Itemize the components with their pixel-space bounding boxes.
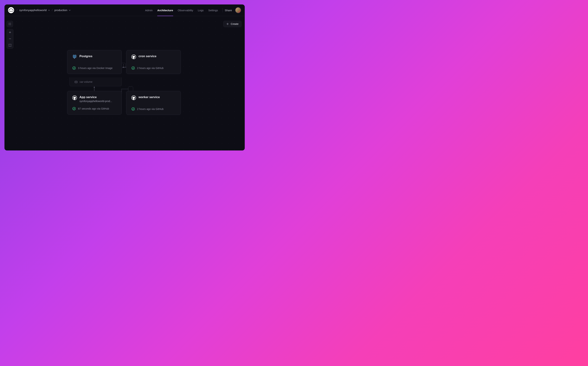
tab-settings[interactable]: Settings xyxy=(206,4,220,16)
fit-view-button[interactable] xyxy=(7,42,13,48)
chevron-down-icon xyxy=(69,9,71,11)
nav-divider xyxy=(222,8,223,12)
zoom-in-button[interactable] xyxy=(7,29,13,36)
nav-tabs: Admin Architecture Observability Logs Se… xyxy=(143,4,220,16)
railway-logo-icon[interactable] xyxy=(8,7,14,13)
card-header: Postgres xyxy=(72,54,117,59)
status-text: 3 hours ago via Docker Image xyxy=(78,67,112,69)
service-title: cron service xyxy=(139,54,156,58)
check-circle-icon xyxy=(72,107,76,110)
svg-point-7 xyxy=(10,25,10,25)
plus-icon xyxy=(9,31,11,34)
plus-icon xyxy=(226,23,229,25)
github-icon xyxy=(131,95,136,100)
breadcrumb-sep: / xyxy=(17,8,17,12)
header-right: Admin Architecture Observability Logs Se… xyxy=(143,4,241,16)
service-card-cron[interactable]: cron service 2 hours ago via GitHub xyxy=(126,50,181,74)
svg-point-0 xyxy=(9,23,9,23)
check-circle-icon xyxy=(131,107,135,111)
svg-point-2 xyxy=(11,23,11,23)
share-button[interactable]: Share xyxy=(225,9,232,12)
tab-observability-label: Observability xyxy=(178,9,193,12)
status-text: 87 seconds ago via GitHub xyxy=(78,107,109,110)
service-card-postgres[interactable]: Postgres 3 hours ago via Docker Image xyxy=(67,50,122,74)
service-subtitle: symfonyapphelloworld-prod... xyxy=(80,100,112,103)
breadcrumb: / symfonyapphelloworld / production xyxy=(17,8,71,12)
header-left: / symfonyapphelloworld / production xyxy=(8,7,71,13)
volume-attachment[interactable]: car-volume xyxy=(69,77,122,86)
card-status: 3 hours ago via Docker Image xyxy=(72,66,117,70)
card-header: App service symfonyapphelloworld-prod... xyxy=(72,95,117,103)
service-card-app[interactable]: App service symfonyapphelloworld-prod...… xyxy=(67,91,122,114)
breadcrumb-env-label: production xyxy=(54,8,67,12)
breadcrumb-env[interactable]: production xyxy=(54,8,71,12)
svg-point-4 xyxy=(10,24,10,24)
svg-point-6 xyxy=(9,25,9,25)
service-title: App service xyxy=(80,95,112,99)
volume-label: car-volume xyxy=(80,80,92,83)
breadcrumb-project[interactable]: symfonyapphelloworld xyxy=(19,8,50,12)
tab-settings-label: Settings xyxy=(208,9,218,12)
card-title-block: cron service xyxy=(139,54,156,58)
card-title-block: App service symfonyapphelloworld-prod... xyxy=(80,95,112,103)
tab-admin-label: Admin xyxy=(145,9,153,12)
service-title: Postgres xyxy=(80,54,92,58)
create-label: Create xyxy=(231,23,238,25)
card-header: cron service xyxy=(131,54,176,59)
postgres-icon xyxy=(72,54,77,59)
breadcrumb-project-label: symfonyapphelloworld xyxy=(19,8,47,12)
svg-point-16 xyxy=(74,56,74,56)
card-status: 2 hours ago via GitHub xyxy=(131,66,176,70)
check-circle-icon xyxy=(72,66,76,70)
card-status: 87 seconds ago via GitHub xyxy=(72,107,117,110)
header: / symfonyapphelloworld / production xyxy=(4,4,245,16)
status-text: 2 hours ago via GitHub xyxy=(137,67,163,69)
chevron-down-icon xyxy=(48,9,50,11)
service-title: worker service xyxy=(139,95,160,99)
zoom-out-button[interactable] xyxy=(7,36,13,42)
status-text: 2 hours ago via GitHub xyxy=(137,107,163,110)
card-status: 2 hours ago via GitHub xyxy=(131,107,176,111)
create-button[interactable]: Create xyxy=(223,21,242,27)
github-icon xyxy=(72,95,77,100)
tab-architecture-label: Architecture xyxy=(157,9,173,12)
github-icon xyxy=(131,54,136,59)
svg-point-3 xyxy=(9,24,9,24)
grid-menu-button[interactable] xyxy=(7,21,13,27)
service-card-worker[interactable]: worker service 2 hours ago via GitHub xyxy=(126,91,181,115)
check-circle-icon xyxy=(131,66,135,70)
card-title-block: worker service xyxy=(139,95,160,99)
tab-observability[interactable]: Observability xyxy=(176,4,196,16)
volume-icon xyxy=(75,81,77,83)
svg-point-17 xyxy=(75,56,75,56)
grid-icon xyxy=(8,23,11,25)
canvas[interactable]: Create xyxy=(4,16,245,151)
svg-point-8 xyxy=(11,25,11,25)
svg-point-5 xyxy=(11,24,11,24)
svg-point-1 xyxy=(10,23,10,23)
expand-icon xyxy=(9,44,11,46)
avatar[interactable] xyxy=(235,7,241,13)
card-title-block: Postgres xyxy=(80,54,92,58)
share-label: Share xyxy=(225,9,232,12)
minus-icon xyxy=(9,38,11,40)
card-header: worker service xyxy=(131,95,176,100)
canvas-toolbar xyxy=(7,21,13,49)
app-window: / symfonyapphelloworld / production xyxy=(4,4,245,151)
tab-logs-label: Logs xyxy=(198,9,204,12)
breadcrumb-sep: / xyxy=(52,8,53,12)
tab-logs[interactable]: Logs xyxy=(195,4,206,16)
zoom-controls xyxy=(7,29,13,49)
network-node xyxy=(128,86,133,92)
tab-admin[interactable]: Admin xyxy=(143,4,155,16)
tab-architecture[interactable]: Architecture xyxy=(155,4,175,16)
